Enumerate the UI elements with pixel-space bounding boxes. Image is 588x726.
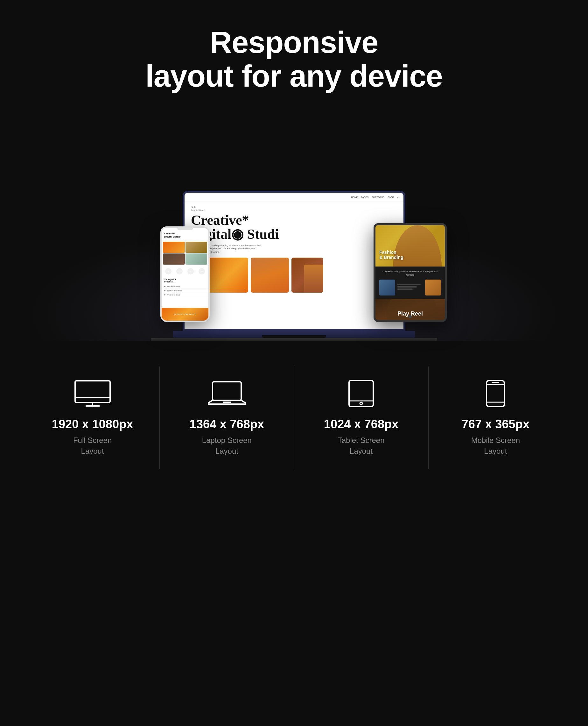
tablet-hero-person (393, 225, 442, 266)
laptop-base (173, 331, 415, 338)
phone-footer-banner: COOLEST PROJECT C (162, 308, 208, 321)
site-hero: HelloPeople We're Creative*Digital◉ Stud… (185, 202, 403, 297)
site-nav-links: HOME PAGES PORTFOLIO BLOG ≡ (351, 196, 398, 198)
phone-list-item-1: Item detail here (162, 285, 208, 289)
svg-rect-0 (75, 381, 110, 402)
phone-nav-icon-3: ⊞ (187, 268, 194, 275)
hero-title-line1: Responsive (210, 25, 378, 59)
tablet-section-title: Cooperation is possible within various s… (379, 270, 441, 277)
site-image-mid (251, 258, 289, 293)
tablet-grid-image-2 (425, 280, 441, 296)
phone-screen-content: Creative*Digital Studio ⊕ ◎ ⊞ ⊟ (162, 230, 208, 321)
nav-pages: PAGES (361, 196, 369, 198)
desktop-icon (74, 379, 112, 408)
mobile-icon (476, 379, 514, 408)
tablet-hero-line1: Fashion (379, 250, 396, 255)
devices-scene: Creative*Digital Studio ⊕ ◎ ⊞ ⊟ (71, 118, 517, 341)
tablet-home-button (408, 315, 412, 318)
hero-title-line2: layout for any device (145, 59, 443, 93)
phone-image-4 (186, 254, 207, 265)
nav-menu-icon: ≡ (397, 196, 398, 198)
phone-image-2 (186, 242, 207, 253)
site-logo: Liko. (190, 195, 197, 199)
phone-device: Creative*Digital Studio ⊕ ◎ ⊞ ⊟ (160, 226, 210, 322)
tablet-hero-line2: & Branding (379, 255, 403, 260)
phone-list-bullet-2 (164, 290, 165, 291)
tablet-grid (379, 280, 441, 296)
tablet-text-line-3 (397, 288, 413, 290)
spec-item-desktop: 1920 x 1080px Full Screen Layout (25, 366, 160, 469)
phone-nav-icon-4: ⊟ (198, 268, 205, 275)
site-hello-text: HelloPeople We're (191, 206, 397, 212)
svg-rect-6 (349, 381, 373, 407)
site-image-dark (291, 258, 323, 293)
phone-site-header: Creative*Digital Studio (162, 230, 208, 240)
phone-nav-icon-2: ◎ (176, 268, 183, 275)
tablet-label: Tablet Screen Layout (338, 435, 385, 456)
hero-title: Responsive layout for any device (145, 25, 443, 93)
phone-list-bullet-3 (164, 294, 165, 296)
mobile-label: Mobile Screen Layout (471, 435, 520, 456)
desktop-label: Full Screen Layout (73, 435, 112, 456)
nav-blog: BLOG (387, 196, 394, 198)
tablet-middle-section: Cooperation is possible within various s… (375, 266, 445, 298)
phone-list-text-1: Item detail here (167, 286, 180, 287)
svg-rect-4 (213, 382, 241, 400)
laptop-label: Laptop Screen Layout (202, 435, 252, 456)
tablet-hero-text: Fashion & Branding (379, 250, 403, 260)
phone-image-1 (163, 242, 185, 253)
site-navbar: Liko. HOME PAGES PORTFOLIO BLOG ≡ (185, 193, 403, 202)
tablet-device: Fashion & Branding Cooperation is possib… (374, 223, 447, 322)
laptop-screen-frame: Liko. HOME PAGES PORTFOLIO BLOG ≡ HelloP… (183, 191, 405, 331)
phone-list-item-2: Another item here (162, 289, 208, 293)
tablet-icon (342, 379, 380, 408)
tablet-grid-text (397, 284, 423, 291)
tablet-frame: Fashion & Branding Cooperation is possib… (374, 223, 447, 322)
phone-list-text-3: Third item detail (167, 294, 181, 296)
desktop-resolution: 1920 x 1080px (52, 418, 133, 431)
tablet-hero-image: Fashion & Branding (375, 225, 445, 266)
tablet-text-line-2 (397, 286, 417, 287)
phone-footer-text: COOLEST PROJECT C (174, 313, 196, 315)
tablet-text-line-1 (397, 284, 421, 285)
tablet-grid-image-1 (379, 280, 395, 296)
laptop-bottom-bar (151, 338, 437, 341)
phone-nav-icon-1: ⊕ (165, 268, 171, 275)
tablet-resolution: 1024 x 768px (324, 418, 399, 431)
phone-list-item-3: Third item detail (162, 293, 208, 297)
phone-image-3 (163, 254, 185, 265)
tablet-screen-content: Fashion & Branding Cooperation is possib… (375, 225, 445, 320)
phone-image-grid (162, 240, 208, 266)
mobile-resolution: 767 x 365px (462, 418, 529, 431)
phone-nav-bar: ⊕ ◎ ⊞ ⊟ (162, 266, 208, 276)
phone-notch (177, 228, 193, 230)
phone-frame: Creative*Digital Studio ⊕ ◎ ⊞ ⊟ (160, 226, 210, 322)
nav-home: HOME (351, 196, 358, 198)
specs-section: 1920 x 1080px Full Screen Layout 1364 x … (0, 366, 588, 469)
spec-item-tablet: 1024 x 768px Tablet Screen Layout (294, 366, 428, 469)
phone-section-label: ThoughtfulProcess. (164, 278, 206, 283)
laptop-resolution: 1364 x 768px (190, 418, 265, 431)
phone-site-logo: Creative*Digital Studio (164, 232, 206, 238)
site-image-person (304, 265, 323, 293)
laptop-screen-content: Liko. HOME PAGES PORTFOLIO BLOG ≡ HelloP… (185, 193, 403, 329)
spec-item-mobile: 767 x 365px Mobile Screen Layout (428, 366, 563, 469)
site-big-title: Creative*Digital◉ Studi (191, 213, 397, 241)
svg-point-7 (360, 402, 362, 405)
phone-list-text-2: Another item here (167, 290, 182, 292)
hero-section: Responsive layout for any device Creativ… (0, 0, 588, 341)
site-image-row (191, 258, 397, 293)
spec-item-laptop: 1364 x 768px Laptop Screen Layout (160, 366, 294, 469)
phone-text-section: ThoughtfulProcess. (162, 276, 208, 285)
phone-list-bullet-1 (164, 286, 165, 287)
laptop-icon (208, 379, 246, 408)
nav-portfolio: PORTFOLIO (372, 196, 384, 198)
